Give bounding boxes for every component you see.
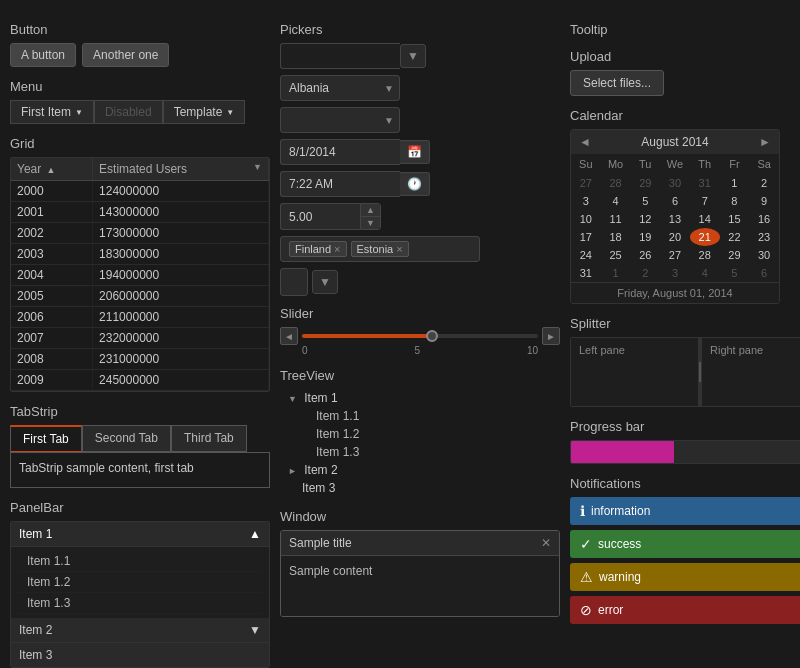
tree-item-2[interactable]: ► Item 2 [280,461,560,479]
table-row: 2001143000000 [11,202,269,223]
cal-day[interactable]: 29 [630,174,660,192]
cal-day[interactable]: 22 [720,228,750,246]
grid-col-users[interactable]: Estimated Users ▼ [93,158,269,181]
tab-second[interactable]: Second Tab [82,425,171,452]
panelbar-item-2-header[interactable]: Item 2 ▼ [11,618,269,643]
cal-day[interactable]: 3 [660,264,690,282]
cal-day[interactable]: 4 [690,264,720,282]
tree-leaf-1-3[interactable]: Item 1.3 [296,443,560,461]
cal-day[interactable]: 25 [601,246,631,264]
calendar-section-title: Calendar [570,108,800,123]
filter-icon[interactable]: ▼ [253,162,262,172]
cal-day[interactable]: 15 [720,210,750,228]
cal-day[interactable]: 9 [749,192,779,210]
tree-item-1[interactable]: ▼ Item 1 [280,389,560,407]
slider-left-btn[interactable]: ◄ [280,327,298,345]
slider-right-btn[interactable]: ► [542,327,560,345]
color-box-dropdown[interactable]: ▼ [312,270,338,294]
cal-day[interactable]: 28 [690,246,720,264]
slider-track-wrap: ◄ ► [280,327,560,345]
cal-day[interactable]: 31 [690,174,720,192]
select-files-button[interactable]: Select files... [570,70,664,96]
clock-icon[interactable]: 🕐 [400,172,430,196]
cal-day[interactable]: 18 [601,228,631,246]
spin-down-btn[interactable]: ▼ [361,217,380,229]
calendar-icon[interactable]: 📅 [400,140,430,164]
cal-day[interactable]: 5 [720,264,750,282]
date-input[interactable] [280,139,400,165]
menu-item-template[interactable]: Template ▼ [163,100,246,124]
cal-day[interactable]: 27 [660,246,690,264]
cal-day[interactable]: 31 [571,264,601,282]
cal-day[interactable]: 29 [720,246,750,264]
chevron-down-icon-3: ▼ [249,623,261,637]
cal-day[interactable]: 6 [749,264,779,282]
grid-col-year[interactable]: Year ▲ [11,158,93,181]
table-cell: 2008 [11,349,93,370]
cal-day[interactable]: 5 [630,192,660,210]
slider-track[interactable] [302,334,538,338]
cal-day[interactable]: 17 [571,228,601,246]
cal-day[interactable]: 2 [630,264,660,282]
cal-day[interactable]: 13 [660,210,690,228]
calendar: ◄ August 2014 ► Su Mo Tu We Th Fr Sa 272… [570,129,780,304]
cal-day[interactable]: 20 [660,228,690,246]
cal-day[interactable]: 14 [690,210,720,228]
cal-day[interactable]: 16 [749,210,779,228]
slider-thumb[interactable] [426,330,438,342]
color2-select[interactable] [280,107,400,133]
slider-labels: 0 5 10 [280,345,560,356]
tree-item-3[interactable]: Item 3 [280,479,560,497]
cal-day[interactable]: 21 [690,228,720,246]
cal-day[interactable]: 8 [720,192,750,210]
cal-day[interactable]: 1 [601,264,631,282]
cal-day[interactable]: 10 [571,210,601,228]
panelbar-item-1-header[interactable]: Item 1 ▲ [11,522,269,547]
progressbar-section-title: Progress bar [570,419,800,434]
tabstrip: First Tab Second Tab Third Tab TabStrip … [10,425,270,488]
another-button[interactable]: Another one [82,43,169,67]
cal-day[interactable]: 28 [601,174,631,192]
window-close-btn[interactable]: ✕ [541,536,551,550]
cal-day[interactable]: 23 [749,228,779,246]
cal-hdr-th: Th [690,158,720,170]
cal-next-btn[interactable]: ► [759,135,771,149]
cal-day[interactable]: 6 [660,192,690,210]
menu-bar: First Item ▼ Disabled Template ▼ [10,100,270,124]
panelbar-item-3-header[interactable]: Item 3 [11,643,269,667]
cal-day[interactable]: 7 [690,192,720,210]
tab-first[interactable]: First Tab [10,425,82,452]
cal-day[interactable]: 19 [630,228,660,246]
tree-leaf-1-1[interactable]: Item 1.1 [296,407,560,425]
multi-select[interactable]: Finland × Estonia × [280,236,480,262]
color-input[interactable] [280,43,400,69]
cal-day[interactable]: 24 [571,246,601,264]
time-input[interactable] [280,171,400,197]
spin-up-btn[interactable]: ▲ [361,204,380,217]
color-box[interactable] [280,268,308,296]
numeric-input[interactable] [280,203,360,230]
notification-info: ℹinformation [570,497,800,525]
cal-day[interactable]: 11 [601,210,631,228]
cal-day[interactable]: 27 [571,174,601,192]
cal-day[interactable]: 26 [630,246,660,264]
cal-day[interactable]: 2 [749,174,779,192]
a-button[interactable]: A button [10,43,76,67]
cal-day[interactable]: 30 [660,174,690,192]
calendar-month-year[interactable]: August 2014 [641,135,708,149]
cal-day[interactable]: 4 [601,192,631,210]
tag-estonia-close[interactable]: × [396,243,402,255]
tag-finland-close[interactable]: × [334,243,340,255]
cal-day[interactable]: 30 [749,246,779,264]
cal-day[interactable]: 3 [571,192,601,210]
cal-day[interactable]: 1 [720,174,750,192]
cal-prev-btn[interactable]: ◄ [579,135,591,149]
cal-day[interactable]: 12 [630,210,660,228]
tab-third[interactable]: Third Tab [171,425,247,452]
tree-leaf-1-2[interactable]: Item 1.2 [296,425,560,443]
color-dropdown[interactable]: ▼ [400,44,426,68]
country-select[interactable]: Albania [280,75,400,101]
menu-item-first[interactable]: First Item ▼ [10,100,94,124]
progress-wrap: 40 [570,440,800,464]
tooltip-section-title: Tooltip [570,22,800,37]
